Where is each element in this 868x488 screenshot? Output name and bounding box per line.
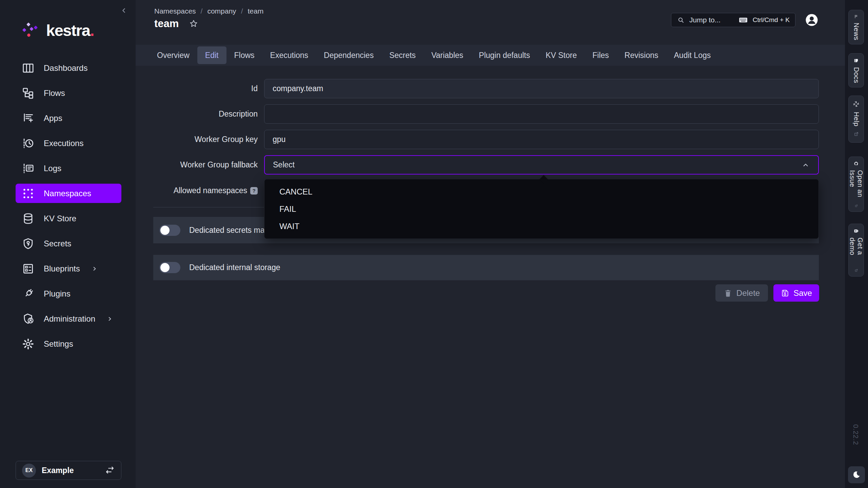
keyboard-icon <box>738 15 748 25</box>
tab-secrets[interactable]: Secrets <box>381 45 423 66</box>
sidebar-item-kv-store[interactable]: KV Store <box>16 209 121 228</box>
dedicated-internal-storage-toggle[interactable] <box>159 262 180 273</box>
worker-group-fallback-select[interactable]: Select <box>264 155 819 175</box>
tab-revisions[interactable]: Revisions <box>617 45 666 66</box>
tab-variables[interactable]: Variables <box>423 45 471 66</box>
tenant-name: Example <box>42 466 99 475</box>
sidebar-item-flows[interactable]: Flows <box>16 83 121 103</box>
flows-icon <box>22 87 35 100</box>
page-title: team <box>154 18 179 29</box>
apps-icon <box>22 112 35 125</box>
right-rail: News Docs Help Open an Issue Get a demo … <box>845 0 868 488</box>
sidebar-item-label: Apps <box>44 114 62 123</box>
theme-toggle-button[interactable] <box>848 466 865 483</box>
help-button[interactable]: Help <box>848 96 864 143</box>
description-label: Description <box>136 104 258 124</box>
save-icon <box>781 289 789 298</box>
tab-dependencies[interactable]: Dependencies <box>316 45 381 66</box>
news-flag-icon <box>852 15 860 19</box>
user-avatar[interactable] <box>805 13 819 27</box>
sidebar-item-executions[interactable]: Executions <box>16 134 121 153</box>
id-label: Id <box>136 79 258 98</box>
sidebar-item-blueprints[interactable]: Blueprints <box>16 259 121 278</box>
book-icon <box>852 58 860 63</box>
help-badge-icon[interactable]: ? <box>250 187 258 195</box>
sidebar-item-plugins[interactable]: Plugins <box>16 284 121 303</box>
docs-button[interactable]: Docs <box>848 53 864 87</box>
sidebar-nav: Dashboards Flows Apps Executions Logs Na… <box>0 58 136 359</box>
tab-kv-store[interactable]: KV Store <box>538 45 585 66</box>
tab-bar: Overview Edit Flows Executions Dependenc… <box>136 45 845 66</box>
kestra-app: kestra. Dashboards Flows Apps Executions <box>0 0 868 488</box>
tab-executions[interactable]: Executions <box>262 45 316 66</box>
sidebar-item-label: Logs <box>44 164 61 173</box>
worker-group-key-value: gpu <box>273 135 285 144</box>
plug-icon <box>22 287 35 300</box>
sidebar-item-namespaces[interactable]: Namespaces <box>16 184 121 203</box>
search-placeholder: Jump to... <box>689 16 734 24</box>
sidebar-item-dashboards[interactable]: Dashboards <box>16 58 121 78</box>
open-an-issue-button[interactable]: Open an Issue <box>848 157 864 212</box>
option-fail[interactable]: FAIL <box>264 200 818 218</box>
sidebar-item-label: Administration <box>44 314 95 324</box>
sidebar-item-secrets[interactable]: Secrets <box>16 234 121 253</box>
search-icon <box>677 16 685 24</box>
sidebar-item-administration[interactable]: Administration <box>16 309 121 328</box>
tab-edit[interactable]: Edit <box>197 46 226 64</box>
gear-icon <box>22 338 35 350</box>
allowed-namespaces-label: Allowed namespaces ? <box>136 181 258 200</box>
get-a-demo-button[interactable]: Get a demo <box>848 224 864 277</box>
chevron-right-icon <box>106 315 114 323</box>
worker-group-fallback-dropdown: CANCEL FAIL WAIT <box>264 179 819 239</box>
tenant-selector[interactable]: EX Example <box>16 461 121 480</box>
sidebar-item-label: Settings <box>44 339 73 349</box>
breadcrumb-team: team <box>248 7 263 15</box>
description-field[interactable] <box>264 104 819 124</box>
dedicated-internal-storage-row: Dedicated internal storage <box>153 255 819 280</box>
id-value: company.team <box>273 84 323 93</box>
dashboards-icon <box>22 62 35 75</box>
namespaces-icon <box>22 187 35 200</box>
worker-group-key-field[interactable]: gpu <box>264 130 819 149</box>
kestra-logo[interactable]: kestra. <box>20 22 94 39</box>
logs-icon <box>22 162 35 175</box>
sidebar-item-settings[interactable]: Settings <box>16 334 121 353</box>
tab-flows[interactable]: Flows <box>226 45 262 66</box>
id-field[interactable]: company.team <box>264 79 819 98</box>
switch-tenant-icon <box>105 465 115 475</box>
title-row: team <box>154 18 198 29</box>
shield-key-icon <box>22 237 35 250</box>
kestra-wordmark: kestra. <box>46 22 94 38</box>
sidebar-item-apps[interactable]: Apps <box>16 108 121 128</box>
tab-files[interactable]: Files <box>585 45 617 66</box>
breadcrumb-namespaces[interactable]: Namespaces <box>154 7 196 15</box>
tab-plugin-defaults[interactable]: Plugin defaults <box>471 45 538 66</box>
toggle-knob <box>160 263 170 272</box>
worker-group-key-label: Worker Group key <box>136 130 258 149</box>
breadcrumb-separator: / <box>241 7 243 15</box>
sidebar-item-logs[interactable]: Logs <box>16 159 121 178</box>
tenant-avatar: EX <box>22 464 36 477</box>
sidebar-item-label: Plugins <box>44 289 71 299</box>
sidebar-item-label: Dashboards <box>44 63 87 73</box>
sidebar-collapse-button[interactable] <box>119 6 128 15</box>
dedicated-secrets-manager-toggle[interactable] <box>159 225 180 236</box>
option-cancel[interactable]: CANCEL <box>264 183 818 200</box>
delete-button[interactable]: Delete <box>715 284 768 302</box>
save-button[interactable]: Save <box>773 284 819 302</box>
breadcrumb-separator: / <box>201 7 203 15</box>
breadcrumb-company[interactable]: company <box>207 7 236 15</box>
breadcrumb: Namespaces / company / team <box>154 7 263 15</box>
moon-stars-icon <box>852 470 861 479</box>
search-shortcut: Ctrl/Cmd + K <box>753 16 790 24</box>
tab-overview[interactable]: Overview <box>149 45 197 66</box>
sidebar-item-label: Namespaces <box>44 189 91 198</box>
executions-icon <box>22 137 35 150</box>
toggle-label: Dedicated internal storage <box>189 263 280 272</box>
option-wait[interactable]: WAIT <box>264 218 818 235</box>
search-input[interactable]: Jump to... Ctrl/Cmd + K <box>671 13 795 27</box>
news-button[interactable]: News <box>848 10 864 44</box>
favorite-star-icon[interactable] <box>189 19 198 28</box>
tab-audit-logs[interactable]: Audit Logs <box>666 45 719 66</box>
version-label: 0.22.2 <box>852 424 860 445</box>
